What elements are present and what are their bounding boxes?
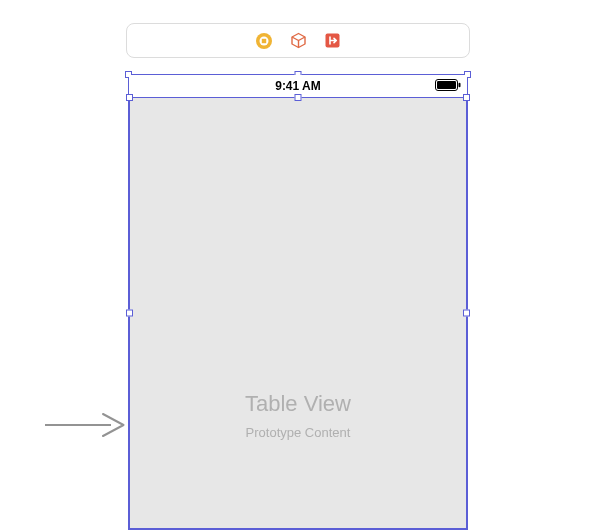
view-controller-icon[interactable] [255,32,273,50]
first-responder-icon[interactable] [289,32,307,50]
scene-dock [126,23,470,58]
svg-rect-7 [459,83,461,88]
status-bar-time: 9:41 AM [275,79,321,93]
svg-rect-2 [262,38,266,42]
selection-handle[interactable] [463,94,470,101]
selection-handle[interactable] [126,94,133,101]
table-view[interactable]: Table View Prototype Content [129,97,467,529]
table-view-placeholder: Table View Prototype Content [130,391,466,440]
storyboard-entry-arrow[interactable] [45,412,127,442]
selection-handle[interactable] [463,310,470,317]
placeholder-title: Table View [130,391,466,417]
battery-icon [435,77,461,95]
device-canvas[interactable]: 9:41 AM Table View Prototype Content [128,74,468,530]
placeholder-subtitle: Prototype Content [130,425,466,440]
selection-handle[interactable] [295,94,302,101]
selection-handle[interactable] [126,310,133,317]
svg-rect-6 [437,81,456,89]
exit-icon[interactable] [323,32,341,50]
